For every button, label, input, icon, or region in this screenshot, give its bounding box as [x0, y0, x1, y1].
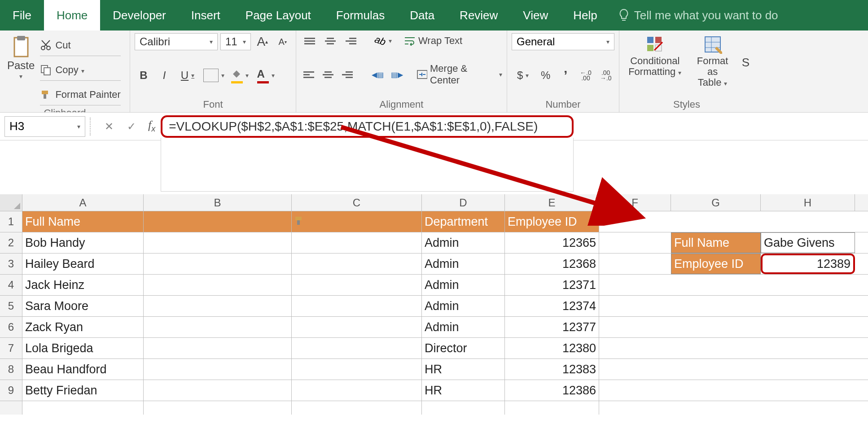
- col-header-A[interactable]: A: [22, 194, 144, 211]
- align-middle-button[interactable]: [321, 33, 339, 48]
- fill-color-button[interactable]: [228, 67, 251, 84]
- select-all-button[interactable]: [0, 194, 22, 211]
- cell-B9[interactable]: [144, 380, 292, 401]
- cell-E2[interactable]: 12365: [505, 232, 599, 253]
- conditional-formatting-button[interactable]: Conditional Formatting: [624, 33, 686, 80]
- tab-view[interactable]: View: [510, 0, 561, 31]
- number-format-select[interactable]: General▾: [512, 33, 614, 50]
- cell[interactable]: [505, 401, 599, 415]
- cell-E6[interactable]: 12377: [505, 317, 599, 337]
- copy-button[interactable]: Copy: [40, 60, 121, 81]
- row-header[interactable]: 6: [0, 317, 22, 337]
- cell-F5[interactable]: [599, 296, 671, 316]
- font-color-button[interactable]: A: [254, 67, 277, 84]
- cell[interactable]: [761, 401, 855, 415]
- fx-icon[interactable]: fx: [148, 118, 155, 134]
- cell-G8[interactable]: [671, 359, 761, 380]
- cell-A3[interactable]: Hailey Beard: [22, 254, 144, 274]
- cell-A4[interactable]: Jack Heinz: [22, 275, 144, 295]
- cell[interactable]: [671, 401, 761, 415]
- tab-formulas[interactable]: Formulas: [324, 0, 397, 31]
- decrease-decimal-button[interactable]: .00→.0: [597, 67, 614, 84]
- cell-F7[interactable]: [599, 338, 671, 358]
- borders-button[interactable]: [202, 67, 225, 84]
- align-bottom-button[interactable]: [342, 33, 360, 48]
- dropdown-icon[interactable]: ▾: [77, 123, 80, 130]
- increase-font-button[interactable]: A▴: [254, 33, 271, 50]
- cell-B3[interactable]: [144, 254, 292, 274]
- cell-A2[interactable]: Bob Handy: [22, 232, 144, 253]
- cell-E4[interactable]: 12371: [505, 275, 599, 295]
- align-center-button[interactable]: [320, 67, 337, 82]
- cell-D3[interactable]: Admin: [422, 254, 505, 274]
- cell-F4[interactable]: [599, 275, 671, 295]
- orientation-button[interactable]: ab: [374, 33, 392, 48]
- paste-button[interactable]: Paste ▾: [4, 33, 37, 105]
- row-header[interactable]: 1: [0, 211, 22, 232]
- tab-help[interactable]: Help: [561, 0, 609, 31]
- cell-D4[interactable]: Admin: [422, 275, 505, 295]
- name-box[interactable]: H3▾: [4, 116, 85, 137]
- cell-E7[interactable]: 12380: [505, 338, 599, 358]
- decrease-font-button[interactable]: A▾: [274, 33, 291, 50]
- merge-center-button[interactable]: Merge & Center: [416, 67, 502, 82]
- increase-indent-button[interactable]: ▤▶: [389, 67, 405, 82]
- row-header[interactable]: 7: [0, 338, 22, 358]
- cell-C4[interactable]: [292, 275, 422, 295]
- cell-E1[interactable]: Employee ID: [505, 211, 599, 232]
- cell-B7[interactable]: [144, 338, 292, 358]
- cell-E3[interactable]: 12368: [505, 254, 599, 274]
- cell-D2[interactable]: Admin: [422, 232, 505, 253]
- cell-E9[interactable]: 12386: [505, 380, 599, 401]
- cell-F2[interactable]: [599, 232, 671, 253]
- font-name-select[interactable]: Calibri▾: [135, 33, 218, 50]
- tab-review[interactable]: Review: [447, 0, 510, 31]
- cell-C3[interactable]: [292, 254, 422, 274]
- cell[interactable]: [422, 401, 505, 415]
- col-header-H[interactable]: H: [761, 194, 855, 211]
- tab-home[interactable]: Home: [44, 0, 100, 31]
- cell-H6[interactable]: [761, 317, 855, 337]
- cell-A5[interactable]: Sara Moore: [22, 296, 144, 316]
- cell-D5[interactable]: Admin: [422, 296, 505, 316]
- cut-button[interactable]: Cut: [40, 35, 121, 56]
- cell-G7[interactable]: [671, 338, 761, 358]
- row-header[interactable]: 5: [0, 296, 22, 316]
- tab-file[interactable]: File: [0, 0, 44, 31]
- cell-G3[interactable]: Employee ID: [671, 254, 761, 274]
- cell-A8[interactable]: Beau Handford: [22, 359, 144, 380]
- cell-D6[interactable]: Admin: [422, 317, 505, 337]
- cell-A7[interactable]: Lola Brigeda: [22, 338, 144, 358]
- cell-F9[interactable]: [599, 380, 671, 401]
- paste-options-icon[interactable]: [294, 215, 306, 227]
- col-header-D[interactable]: D: [422, 194, 505, 211]
- cell-F8[interactable]: [599, 359, 671, 380]
- col-header-B[interactable]: B: [144, 194, 292, 211]
- tab-data[interactable]: Data: [397, 0, 447, 31]
- cell-B4[interactable]: [144, 275, 292, 295]
- tab-page-layout[interactable]: Page Layout: [233, 0, 324, 31]
- cell-C7[interactable]: [292, 338, 422, 358]
- cell-H2[interactable]: Gabe Givens: [761, 232, 855, 253]
- cell-D7[interactable]: Director: [422, 338, 505, 358]
- cell-B2[interactable]: [144, 232, 292, 253]
- italic-button[interactable]: I: [155, 67, 173, 84]
- cell-F6[interactable]: [599, 317, 671, 337]
- tell-me-search[interactable]: Tell me what you want to do: [610, 0, 778, 31]
- cell-H1[interactable]: [761, 211, 855, 232]
- row-header[interactable]: 9: [0, 380, 22, 401]
- cell-B1[interactable]: [144, 211, 292, 232]
- cell-H5[interactable]: [761, 296, 855, 316]
- formula-input[interactable]: =VLOOKUP($H$2,$A$1:$E$25,MATCH(E1,$A$1:$…: [161, 115, 574, 138]
- bold-button[interactable]: B: [135, 67, 153, 84]
- cell-F1[interactable]: [599, 211, 671, 232]
- cell[interactable]: [22, 401, 144, 415]
- row-header[interactable]: 2: [0, 232, 22, 253]
- enter-button[interactable]: ✓: [120, 120, 143, 133]
- cancel-button[interactable]: ✕: [98, 120, 120, 133]
- cell[interactable]: [292, 401, 422, 415]
- col-header-G[interactable]: G: [671, 194, 761, 211]
- format-painter-button[interactable]: Format Painter: [40, 84, 121, 105]
- wrap-text-button[interactable]: Wrap Text: [404, 33, 462, 48]
- cell-B5[interactable]: [144, 296, 292, 316]
